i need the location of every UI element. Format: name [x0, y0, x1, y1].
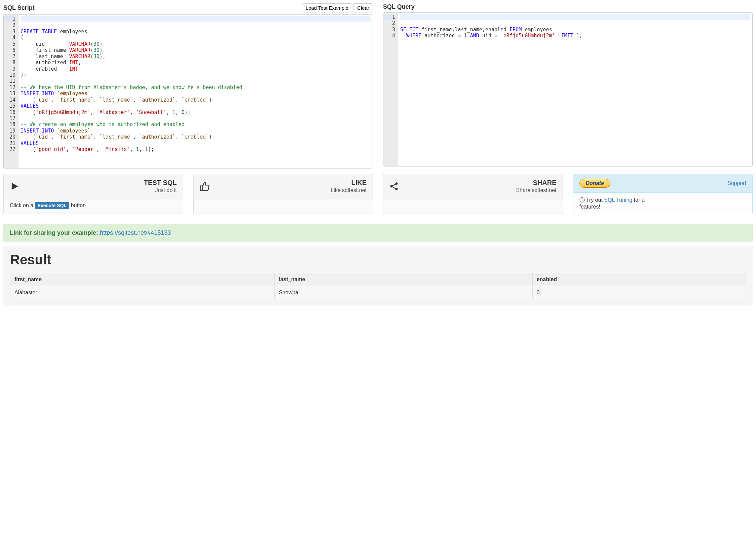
test-sql-card[interactable]: TEST SQL Just do it Click on a Execute S…	[3, 174, 183, 214]
result-table: first_namelast_nameenabled AlabasterSnow…	[10, 273, 746, 299]
thumbs-up-icon	[200, 181, 210, 192]
result-header: first_name	[10, 273, 275, 286]
donate-button[interactable]: Donate	[579, 179, 611, 188]
table-row: AlabasterSnowball0	[10, 286, 746, 299]
sql-query-title: SQL Query	[383, 3, 415, 10]
sql-script-title: SQL Script	[3, 4, 35, 12]
sql-script-editor[interactable]: 12345678910111213141516171819202122 CREA…	[3, 15, 373, 169]
support-link[interactable]: Support	[727, 180, 746, 186]
sql-tuning-link[interactable]: SQL Tuning	[604, 197, 632, 203]
result-title: Result	[10, 252, 746, 267]
share-foot	[383, 198, 563, 213]
sql-script-panel: SQL Script Load Test Example Clear 12345…	[3, 3, 373, 169]
line-gutter: 12345678910111213141516171819202122	[4, 15, 19, 168]
result-section: Result first_namelast_nameenabled Alabas…	[3, 246, 753, 306]
share-sub: Share sqltest.net	[516, 187, 556, 194]
test-sql-title: TEST SQL	[144, 179, 177, 187]
info-icon: ⓘ	[579, 197, 586, 203]
like-foot	[194, 198, 373, 213]
execute-sql-badge[interactable]: Execute SQL	[35, 202, 69, 209]
share-link-alert: Link for sharing your example: https://s…	[3, 224, 753, 242]
load-example-button[interactable]: Load Test Example	[302, 3, 352, 13]
share-icon	[389, 182, 399, 191]
share-card[interactable]: SHARE Share sqltest.net	[383, 174, 563, 214]
result-cell: Snowball	[275, 286, 532, 299]
clear-button[interactable]: Clear	[353, 3, 373, 13]
donate-card: Donate Support ⓘ Try out SQL Tuning for …	[573, 174, 753, 214]
sql-query-panel: SQL Query 1234 SELECT first_name,last_na…	[383, 3, 753, 169]
donate-foot: ⓘ Try out SQL Tuning for a features!	[573, 193, 753, 214]
like-title: LIKE	[330, 179, 367, 187]
code-area[interactable]: CREATE TABLE employees( uid VARCHAR(30),…	[19, 15, 373, 168]
result-cell: 0	[532, 286, 746, 299]
share-title: SHARE	[516, 179, 556, 187]
result-header: enabled	[532, 273, 746, 286]
like-sub: Like sqltest.net	[330, 187, 367, 194]
play-icon	[10, 182, 19, 191]
test-sql-sub: Just do it	[144, 187, 177, 194]
result-cell: Alabaster	[10, 286, 275, 299]
code-area[interactable]: SELECT first_name,last_name,enabled FROM…	[398, 13, 752, 166]
test-sql-foot: Click on a Execute SQL button	[4, 198, 183, 213]
sql-query-editor[interactable]: 1234 SELECT first_name,last_name,enabled…	[383, 13, 753, 166]
line-gutter: 1234	[383, 13, 398, 166]
result-header: last_name	[275, 273, 532, 286]
like-card[interactable]: LIKE Like sqltest.net	[193, 174, 373, 214]
share-url[interactable]: https://sqltest.net/#415133	[100, 229, 171, 236]
